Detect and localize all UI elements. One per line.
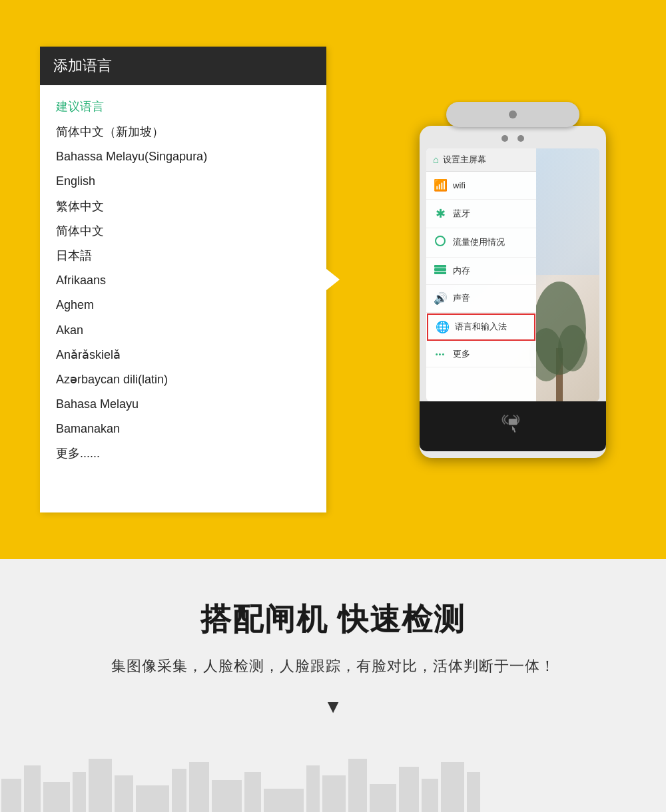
language-panel: 添加语言 建议语言 简体中文（新加坡）Bahassa Melayu(Singap… <box>40 47 326 512</box>
menu-label-more: 更多 <box>453 348 470 360</box>
sensor-right <box>517 135 524 142</box>
panel-body: 建议语言 简体中文（新加坡）Bahassa Melayu(Singapura)E… <box>40 85 326 484</box>
language-list-item[interactable]: 更多...... <box>56 445 310 462</box>
nfc-icon <box>496 411 529 442</box>
svg-rect-5 <box>434 265 446 268</box>
data-icon <box>433 235 448 250</box>
sound-icon: 🔊 <box>433 292 448 305</box>
language-list-item[interactable]: Bahasa Melayu <box>56 396 310 413</box>
svg-point-3 <box>558 325 587 371</box>
menu-item-sound[interactable]: 🔊 声音 <box>426 285 536 313</box>
menu-item-more[interactable]: ••• 更多 <box>426 341 536 367</box>
settings-title: 设置主屏幕 <box>443 154 486 166</box>
wifi-icon: 📶 <box>433 178 448 192</box>
settings-header: ⌂ 设置主屏幕 <box>426 148 536 172</box>
language-list: 简体中文（新加坡）Bahassa Melayu(Singapura)Englis… <box>56 124 310 463</box>
menu-item-bluetooth[interactable]: ✱ 蓝牙 <box>426 200 536 228</box>
storage-icon <box>433 264 448 278</box>
camera-lens <box>509 110 517 118</box>
menu-item-data[interactable]: 流量使用情况 <box>426 228 536 258</box>
language-list-item[interactable]: English <box>56 173 310 190</box>
language-list-item[interactable]: Afrikaans <box>56 272 310 289</box>
sensor-left <box>501 135 508 142</box>
device-wrapper: ⌂ 设置主屏幕 📶 wifi ✱ 蓝牙 <box>400 102 626 458</box>
language-list-item[interactable]: 繁体中文 <box>56 198 310 215</box>
panel-header: 添加语言 <box>40 47 326 85</box>
language-icon: 🌐 <box>435 320 450 334</box>
top-sensors <box>426 132 599 144</box>
svg-rect-7 <box>434 272 446 274</box>
language-list-item[interactable]: 简体中文（新加坡） <box>56 124 310 140</box>
camera-bar <box>446 102 579 127</box>
language-list-item[interactable]: 日本語 <box>56 248 310 264</box>
language-list-item[interactable]: Akan <box>56 322 310 339</box>
bluetooth-icon: ✱ <box>433 206 448 221</box>
language-list-item[interactable]: Bahassa Melayu(Singapura) <box>56 148 310 165</box>
home-icon: ⌂ <box>433 154 439 165</box>
bottom-subtitle: 集图像采集，人脸检测，人脸跟踪，有脸对比，活体判断于一体！ <box>111 656 555 676</box>
menu-label-language: 语言和输入法 <box>455 321 507 333</box>
more-icon: ••• <box>433 350 448 358</box>
svg-rect-8 <box>509 419 517 425</box>
menu-label-bluetooth: 蓝牙 <box>453 208 470 220</box>
language-list-item[interactable]: Bamanakan <box>56 421 310 437</box>
building-silhouettes <box>0 759 666 812</box>
tree-decoration <box>526 268 593 401</box>
menu-label-sound: 声音 <box>453 292 470 304</box>
menu-item-wifi[interactable]: 📶 wifi <box>426 172 536 200</box>
language-list-item[interactable]: Azərbaycan dili(latin) <box>56 371 310 388</box>
language-list-item[interactable]: Anǎrǎskielǎ <box>56 347 310 363</box>
device-body: ⌂ 设置主屏幕 📶 wifi ✱ 蓝牙 <box>420 126 606 458</box>
settings-menu: ⌂ 设置主屏幕 📶 wifi ✱ 蓝牙 <box>426 148 536 401</box>
down-arrow-icon: ▼ <box>324 696 342 717</box>
menu-label-wifi: wifi <box>453 180 466 190</box>
device-screen: ⌂ 设置主屏幕 📶 wifi ✱ 蓝牙 <box>426 148 599 401</box>
svg-rect-6 <box>434 268 446 271</box>
menu-label-data: 流量使用情况 <box>453 236 505 248</box>
suggested-label: 建议语言 <box>56 99 310 114</box>
nfc-area <box>420 401 606 451</box>
panel-title: 添加语言 <box>53 57 112 74</box>
language-list-item[interactable]: Aghem <box>56 297 310 313</box>
bottom-title: 搭配闸机 快速检测 <box>200 599 466 640</box>
panel-pointer <box>326 269 340 290</box>
top-section: 添加语言 建议语言 简体中文（新加坡）Bahassa Melayu(Singap… <box>0 0 666 559</box>
menu-label-storage: 内存 <box>453 265 470 277</box>
menu-item-language[interactable]: 🌐 语言和输入法 <box>427 313 535 341</box>
menu-item-storage[interactable]: 内存 <box>426 258 536 285</box>
language-list-item[interactable]: 简体中文 <box>56 223 310 240</box>
svg-point-4 <box>436 236 445 246</box>
bottom-section: 搭配闸机 快速检测 集图像采集，人脸检测，人脸跟踪，有脸对比，活体判断于一体！ … <box>0 559 666 812</box>
